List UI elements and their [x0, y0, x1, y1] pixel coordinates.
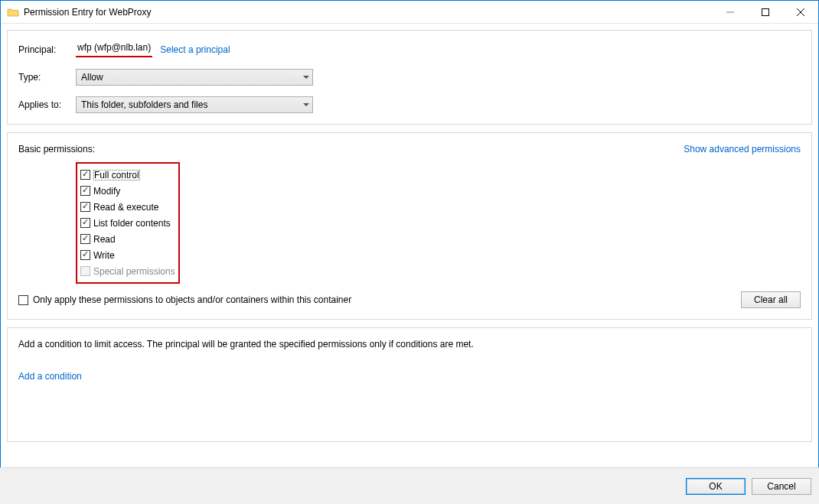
window-title: Permission Entry for WebProxy: [24, 7, 152, 18]
read-label: Read: [93, 234, 116, 245]
principal-value: wfp (wfp@nlb.lan): [76, 42, 152, 57]
list-folder-checkbox[interactable]: [80, 218, 90, 228]
read-execute-checkbox[interactable]: [80, 202, 90, 212]
close-button[interactable]: [783, 1, 818, 24]
chevron-down-icon: [303, 76, 309, 79]
type-label: Type:: [18, 72, 76, 83]
full-control-label: Full control: [93, 170, 140, 180]
type-combo-value: Allow: [81, 72, 103, 83]
cancel-label: Cancel: [767, 481, 795, 492]
modify-label: Modify: [93, 186, 120, 197]
maximize-button[interactable]: [748, 1, 783, 24]
clear-all-label: Clear all: [754, 294, 788, 305]
modify-checkbox[interactable]: [80, 186, 90, 196]
add-condition-link[interactable]: Add a condition: [18, 371, 82, 382]
write-checkbox[interactable]: [80, 250, 90, 260]
read-execute-label: Read & execute: [93, 202, 158, 213]
cancel-button[interactable]: Cancel: [752, 478, 811, 495]
permissions-panel: Basic permissions: Show advanced permiss…: [7, 132, 812, 320]
chevron-down-icon: [303, 103, 309, 106]
principal-panel: Principal: wfp (wfp@nlb.lan) Select a pr…: [7, 30, 812, 125]
applies-to-combo-value: This folder, subfolders and files: [81, 99, 207, 110]
condition-text: Add a condition to limit access. The pri…: [18, 339, 801, 350]
basic-permissions-label: Basic permissions:: [18, 144, 95, 154]
applies-to-label: Applies to:: [18, 99, 76, 110]
ok-button[interactable]: OK: [686, 478, 746, 495]
condition-panel: Add a condition to limit access. The pri…: [7, 327, 812, 442]
clear-all-button[interactable]: Clear all: [741, 291, 801, 308]
ok-label: OK: [709, 481, 722, 492]
show-advanced-link[interactable]: Show advanced permissions: [684, 144, 801, 154]
minimize-button[interactable]: [713, 1, 748, 24]
titlebar: Permission Entry for WebProxy: [1, 1, 818, 24]
dialog-footer: OK Cancel: [0, 467, 819, 504]
only-apply-checkbox[interactable]: [18, 295, 28, 305]
permissions-list: Full control Modify Read & execute List …: [76, 162, 180, 284]
svg-rect-1: [762, 8, 769, 15]
write-label: Write: [93, 250, 115, 261]
full-control-checkbox[interactable]: [80, 170, 90, 180]
select-principal-link[interactable]: Select a principal: [160, 44, 230, 55]
special-permissions-label: Special permissions: [93, 266, 175, 277]
applies-to-combo[interactable]: This folder, subfolders and files: [76, 96, 313, 113]
list-folder-label: List folder contents: [93, 218, 171, 229]
principal-label: Principal:: [18, 44, 76, 55]
type-combo[interactable]: Allow: [76, 69, 313, 86]
read-checkbox[interactable]: [80, 234, 90, 244]
folder-icon: [7, 6, 19, 18]
only-apply-label: Only apply these permissions to objects …: [33, 294, 351, 305]
special-permissions-checkbox: [80, 266, 90, 276]
